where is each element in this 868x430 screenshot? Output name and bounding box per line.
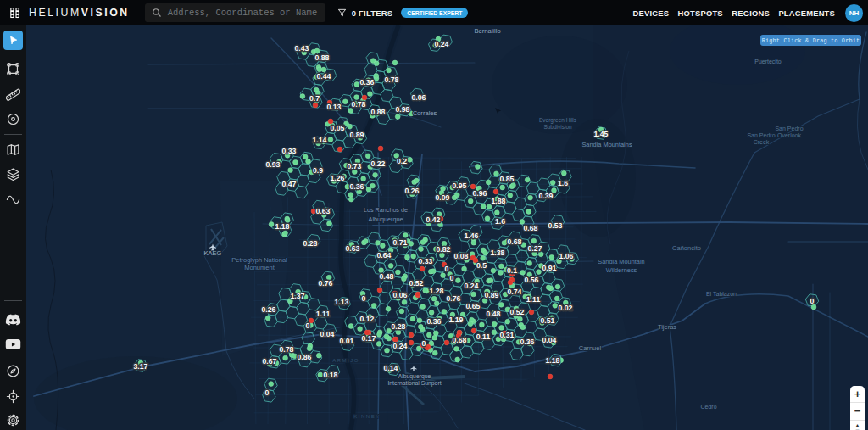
svg-text:0.17: 0.17 xyxy=(362,334,376,343)
svg-text:0.26: 0.26 xyxy=(262,305,276,314)
svg-text:Puertecito: Puertecito xyxy=(754,59,782,64)
svg-text:0.56: 0.56 xyxy=(525,276,539,284)
svg-text:0.47: 0.47 xyxy=(282,180,297,188)
svg-text:Creek: Creek xyxy=(754,139,770,145)
svg-text:0: 0 xyxy=(306,321,310,330)
svg-text:1.19: 1.19 xyxy=(449,316,464,324)
svg-text:0: 0 xyxy=(810,297,815,305)
svg-text:0.96: 0.96 xyxy=(473,189,487,198)
svg-text:1.28: 1.28 xyxy=(430,287,444,295)
svg-text:El Tablazon: El Tablazon xyxy=(706,291,737,297)
svg-text:0.86: 0.86 xyxy=(298,353,312,361)
svg-text:Wilderness: Wilderness xyxy=(606,266,637,274)
svg-text:0.63: 0.63 xyxy=(316,207,331,215)
svg-text:0.63: 0.63 xyxy=(346,244,360,253)
svg-text:Monument: Monument xyxy=(244,264,275,271)
svg-text:0.78: 0.78 xyxy=(280,345,294,354)
svg-text:ARMIJO: ARMIJO xyxy=(332,358,359,363)
svg-text:1.88: 1.88 xyxy=(492,197,506,205)
svg-text:1.06: 1.06 xyxy=(559,252,574,260)
svg-text:0.36: 0.36 xyxy=(520,338,535,346)
svg-text:1.11: 1.11 xyxy=(316,310,331,318)
svg-text:0.24: 0.24 xyxy=(465,282,479,290)
svg-text:0.89: 0.89 xyxy=(485,291,499,299)
svg-text:0.78: 0.78 xyxy=(352,100,366,109)
svg-text:0.74: 0.74 xyxy=(508,288,522,296)
svg-text:Evergreen Hills: Evergreen Hills xyxy=(539,117,577,124)
svg-text:0.01: 0.01 xyxy=(340,337,354,345)
svg-text:Overlook: Overlook xyxy=(777,132,802,138)
svg-text:0.95: 0.95 xyxy=(453,181,467,190)
svg-text:San Pedro: San Pedro xyxy=(775,126,803,131)
svg-text:0.36: 0.36 xyxy=(350,182,364,191)
svg-text:0: 0 xyxy=(265,388,270,397)
svg-text:0.28: 0.28 xyxy=(392,322,406,331)
svg-text:0.7: 0.7 xyxy=(309,94,320,103)
svg-text:0.44: 0.44 xyxy=(317,72,331,81)
svg-text:0.73: 0.73 xyxy=(348,162,362,170)
svg-text:0.02: 0.02 xyxy=(559,304,573,312)
svg-text:0.64: 0.64 xyxy=(377,251,392,260)
svg-text:1.46: 1.46 xyxy=(465,232,479,240)
svg-text:0.88: 0.88 xyxy=(371,108,386,116)
svg-text:0.76: 0.76 xyxy=(447,294,461,303)
svg-text:1.6: 1.6 xyxy=(558,179,568,187)
svg-text:0: 0 xyxy=(450,274,454,282)
svg-text:0.78: 0.78 xyxy=(385,75,399,84)
svg-text:Subdivision: Subdivision xyxy=(543,124,572,130)
svg-text:0.67: 0.67 xyxy=(263,357,277,366)
svg-text:0.88: 0.88 xyxy=(315,53,330,62)
svg-text:0.24: 0.24 xyxy=(435,40,449,48)
svg-text:0.26: 0.26 xyxy=(405,187,420,195)
svg-text:0.52: 0.52 xyxy=(510,308,525,316)
svg-text:0: 0 xyxy=(362,294,366,303)
svg-text:1.14: 1.14 xyxy=(313,136,327,144)
svg-text:0.43: 0.43 xyxy=(295,44,309,53)
svg-text:0.48: 0.48 xyxy=(380,272,394,281)
svg-text:0.33: 0.33 xyxy=(282,147,297,155)
svg-text:0.76: 0.76 xyxy=(319,279,333,288)
svg-text:0.08: 0.08 xyxy=(454,252,469,260)
svg-text:San Pedro: San Pedro xyxy=(747,132,775,138)
svg-text:Bernalillo: Bernalillo xyxy=(474,27,500,35)
svg-text:0.33: 0.33 xyxy=(419,257,433,265)
svg-text:0.93: 0.93 xyxy=(266,160,281,169)
svg-text:0.51: 0.51 xyxy=(541,316,555,325)
svg-text:0.24: 0.24 xyxy=(393,342,408,350)
svg-text:0.36: 0.36 xyxy=(427,317,442,326)
svg-text:Corrales: Corrales xyxy=(413,109,437,117)
svg-text:0.65: 0.65 xyxy=(466,302,481,310)
svg-text:1.18: 1.18 xyxy=(275,222,290,231)
svg-text:1.13: 1.13 xyxy=(335,298,349,306)
svg-text:0.06: 0.06 xyxy=(393,291,408,299)
svg-text:1.38: 1.38 xyxy=(491,249,505,257)
svg-text:International Sunport: International Sunport xyxy=(387,380,441,387)
svg-text:Albuquerque: Albuquerque xyxy=(398,373,431,380)
svg-text:0.39: 0.39 xyxy=(539,192,554,200)
svg-text:0.04: 0.04 xyxy=(542,336,557,344)
svg-text:1.26: 1.26 xyxy=(331,174,345,182)
svg-text:0.98: 0.98 xyxy=(396,105,410,114)
svg-text:0.18: 0.18 xyxy=(324,371,338,379)
svg-text:1.37: 1.37 xyxy=(291,292,305,300)
svg-text:0.42: 0.42 xyxy=(426,215,441,224)
svg-text:0.82: 0.82 xyxy=(437,245,451,254)
svg-text:0: 0 xyxy=(445,265,449,273)
svg-text:Petroglyph National: Petroglyph National xyxy=(231,256,287,264)
svg-text:0.91: 0.91 xyxy=(542,264,557,272)
svg-text:0.9: 0.9 xyxy=(313,166,323,175)
svg-text:Sandia Mountains: Sandia Mountains xyxy=(581,141,632,148)
svg-text:Los Ranchos de: Los Ranchos de xyxy=(364,206,408,214)
svg-text:0.68: 0.68 xyxy=(453,336,467,344)
svg-text:0.27: 0.27 xyxy=(528,244,542,253)
svg-text:Cedro: Cedro xyxy=(700,404,716,410)
svg-text:Carnuel: Carnuel xyxy=(579,344,602,352)
svg-text:0.85: 0.85 xyxy=(500,175,515,183)
svg-text:0: 0 xyxy=(422,339,426,348)
svg-text:0.1: 0.1 xyxy=(507,266,517,275)
svg-text:1.6: 1.6 xyxy=(495,217,505,226)
svg-text:3.17: 3.17 xyxy=(134,362,148,371)
svg-text:0.53: 0.53 xyxy=(548,221,563,230)
svg-text:0.12: 0.12 xyxy=(360,315,375,323)
svg-text:Albuquerque: Albuquerque xyxy=(369,215,403,223)
